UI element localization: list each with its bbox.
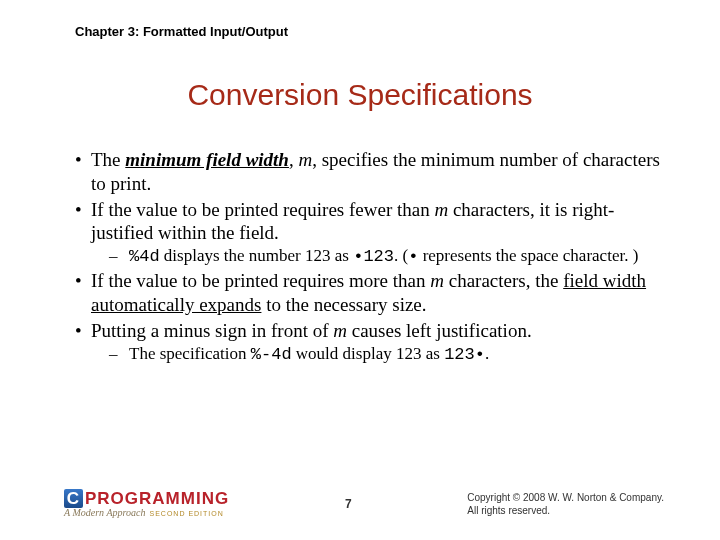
logo-edition: SECOND EDITION xyxy=(149,510,223,517)
text: The specification xyxy=(129,344,251,363)
var-m: m xyxy=(298,149,312,170)
bullet-2-sub: %4d displays the number 123 as •123. (• … xyxy=(129,245,665,267)
bullet-4: Putting a minus sign in front of m cause… xyxy=(91,319,665,365)
code: %-4d xyxy=(251,345,292,364)
var-m: m xyxy=(434,199,448,220)
logo: CPROGRAMMING A Modern ApproachSECOND EDI… xyxy=(64,489,229,518)
logo-main: CPROGRAMMING xyxy=(64,489,229,508)
dot: • xyxy=(408,247,418,266)
code: •123 xyxy=(353,247,394,266)
text: characters, the xyxy=(444,270,563,291)
copyright-line-2: All rights reserved. xyxy=(467,504,664,517)
term: minimum field width xyxy=(125,149,289,170)
text: causes left justification. xyxy=(347,320,532,341)
copyright: Copyright © 2008 W. W. Norton & Company.… xyxy=(467,491,664,517)
text: Putting a minus sign in front of xyxy=(91,320,333,341)
bullet-4-sub: The specification %-4d would display 123… xyxy=(129,343,665,365)
page-number: 7 xyxy=(345,497,352,511)
var-m: m xyxy=(333,320,347,341)
logo-text: PROGRAMMING xyxy=(85,489,229,508)
text: represents the space character. ) xyxy=(418,246,638,265)
text: If the value to be printed requires fewe… xyxy=(91,199,434,220)
logo-sub: A Modern ApproachSECOND EDITION xyxy=(64,508,229,518)
footer: CPROGRAMMING A Modern ApproachSECOND EDI… xyxy=(64,489,664,518)
text: If the value to be printed requires more… xyxy=(91,270,430,291)
slide-body: The minimum field width, m, specifies th… xyxy=(75,148,665,367)
copyright-line-1: Copyright © 2008 W. W. Norton & Company. xyxy=(467,491,664,504)
chapter-header: Chapter 3: Formatted Input/Output xyxy=(75,24,288,39)
text: displays the number 123 as xyxy=(160,246,354,265)
logo-c-icon: C xyxy=(64,489,83,508)
bullet-2: If the value to be printed requires fewe… xyxy=(91,198,665,268)
slide-title: Conversion Specifications xyxy=(0,78,720,112)
code: 123• xyxy=(444,345,485,364)
text: The xyxy=(91,149,125,170)
var-m: m xyxy=(430,270,444,291)
text: . ( xyxy=(394,246,408,265)
text: to the necessary size. xyxy=(261,294,426,315)
bullet-1: The minimum field width, m, specifies th… xyxy=(91,148,665,196)
text: . xyxy=(485,344,489,363)
text: would display 123 as xyxy=(292,344,445,363)
logo-sub-text: A Modern Approach xyxy=(64,507,145,518)
bullet-3: If the value to be printed requires more… xyxy=(91,269,665,317)
code: %4d xyxy=(129,247,160,266)
